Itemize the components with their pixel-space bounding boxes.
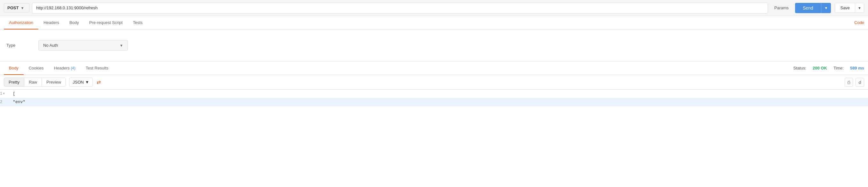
- format-actions: ⎙ ☌: [845, 78, 864, 87]
- resp-tab-body[interactable]: Body: [4, 62, 24, 75]
- copy-button[interactable]: ⎙: [845, 78, 853, 87]
- tab-headers[interactable]: Headers: [38, 16, 64, 29]
- method-chevron-icon: ▼: [21, 6, 24, 10]
- response-meta: Status: 200 OK Time: 589 ms: [794, 65, 864, 71]
- format-raw-button[interactable]: Raw: [24, 78, 42, 86]
- code-line-2: 2 "env": [0, 98, 868, 106]
- format-bar: Pretty Raw Preview JSON ▼ ⇄ ⎙ ☌: [0, 75, 868, 90]
- time-label: Time:: [833, 65, 844, 71]
- params-button[interactable]: Params: [771, 3, 793, 12]
- resp-tab-headers-label: Headers: [54, 65, 70, 71]
- tab-body[interactable]: Body: [64, 16, 84, 29]
- format-type-selector[interactable]: JSON ▼: [69, 78, 93, 87]
- line-number-1: 1 ▼: [0, 90, 13, 97]
- resp-tab-cookies[interactable]: Cookies: [24, 62, 49, 75]
- auth-type-dropdown[interactable]: No Auth ▼: [38, 40, 128, 51]
- save-dropdown-button[interactable]: ▼: [855, 3, 864, 12]
- tab-tests[interactable]: Tests: [128, 16, 148, 29]
- save-group: Save ▼: [835, 3, 864, 13]
- url-input[interactable]: [32, 3, 768, 14]
- line-content-2: "env": [13, 99, 25, 106]
- time-value: 589 ms: [850, 65, 864, 71]
- tab-authorization[interactable]: Authorization: [4, 16, 38, 29]
- send-group: Send ▼: [795, 3, 831, 13]
- resp-tab-headers-badge: (4): [71, 66, 75, 71]
- resp-tab-headers[interactable]: Headers (4): [49, 62, 81, 75]
- response-tabs-bar: Body Cookies Headers (4) Test Results St…: [0, 61, 868, 75]
- wrap-lines-icon[interactable]: ⇄: [97, 79, 101, 85]
- line-number-2: 2: [0, 99, 13, 106]
- auth-type-chevron-icon: ▼: [120, 44, 123, 47]
- line-content-1: [: [13, 90, 16, 97]
- request-tabs: Authorization Headers Body Pre-request S…: [0, 16, 868, 29]
- code-link[interactable]: Code: [854, 20, 864, 25]
- format-preview-button[interactable]: Preview: [42, 78, 66, 86]
- send-dropdown-button[interactable]: ▼: [821, 3, 831, 13]
- auth-section: Type No Auth ▼: [0, 29, 868, 61]
- format-pretty-button[interactable]: Pretty: [4, 78, 24, 86]
- method-label: POST: [7, 5, 19, 10]
- url-bar: POST ▼ Params Send ▼ Save ▼: [0, 0, 868, 16]
- method-selector[interactable]: POST ▼: [4, 3, 29, 12]
- search-button[interactable]: ☌: [856, 78, 864, 87]
- code-line-1: 1 ▼ [: [0, 90, 868, 98]
- tab-pre-request-script[interactable]: Pre-request Script: [84, 16, 128, 29]
- format-type-chevron-icon: ▼: [85, 80, 89, 84]
- auth-type-value: No Auth: [43, 43, 58, 48]
- status-label: Status:: [794, 65, 806, 71]
- format-button-group: Pretty Raw Preview: [4, 78, 66, 87]
- status-value: 200 OK: [813, 65, 827, 71]
- collapse-icon-1[interactable]: ▼: [3, 90, 4, 97]
- resp-tab-test-results[interactable]: Test Results: [81, 62, 114, 75]
- type-label: Type: [6, 43, 26, 48]
- format-type-label: JSON: [72, 80, 84, 84]
- send-button[interactable]: Send: [795, 3, 821, 13]
- code-area: 1 ▼ [ 2 "env": [0, 90, 868, 115]
- save-button[interactable]: Save: [835, 3, 855, 12]
